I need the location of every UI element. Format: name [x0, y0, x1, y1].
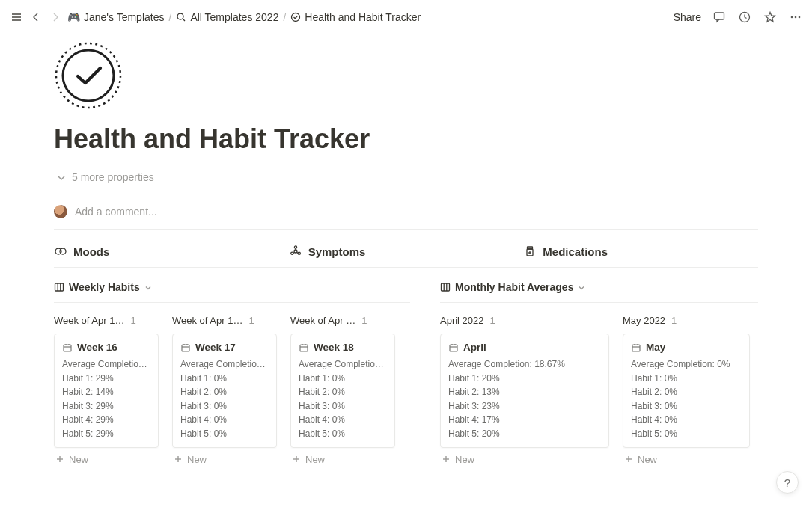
- comments-icon[interactable]: [712, 10, 727, 25]
- monthly-col-0: April 2022 1 April Average Completion: 1…: [440, 312, 609, 465]
- card-line: Habit 1: 20%: [448, 372, 601, 386]
- weekly-col-2-head[interactable]: Week of Apr … 1: [290, 312, 395, 334]
- svg-marker-8: [766, 12, 775, 22]
- weekly-col-1-new[interactable]: New: [172, 448, 277, 465]
- weekly-col-2-new[interactable]: New: [290, 448, 395, 465]
- star-icon[interactable]: [763, 10, 778, 25]
- monthly-col-1-new[interactable]: New: [623, 448, 750, 465]
- link-moods-label: Moods: [73, 245, 109, 258]
- weekly-card-1[interactable]: Week 17 Average Completion: 0% Habit 1: …: [172, 334, 277, 448]
- card-line: Habit 5: 29%: [62, 427, 150, 441]
- weekly-col-2: Week of Apr … 1 Week 18 Average Completi…: [290, 312, 395, 465]
- link-moods[interactable]: Moods: [54, 245, 289, 258]
- monthly-card-1-title: May: [646, 342, 665, 353]
- symptoms-icon: [289, 245, 302, 258]
- monthly-col-0-new[interactable]: New: [440, 448, 609, 465]
- svg-rect-36: [182, 345, 189, 351]
- weekly-col-0-head[interactable]: Week of Apr 1… 1: [54, 312, 159, 334]
- calendar-icon: [631, 342, 641, 353]
- board-icon: [54, 282, 64, 292]
- weekly-col-1: Week of Apr 1… 1 Week 17 Average Complet…: [172, 312, 277, 465]
- board-monthly-title: Monthly Habit Averages: [455, 281, 573, 293]
- svg-point-12: [63, 50, 114, 101]
- weekly-col-1-title: Week of Apr 1…: [172, 315, 242, 326]
- plus-icon: [442, 455, 451, 464]
- page-body: Health and Habit Tracker 5 more properti…: [0, 34, 812, 465]
- gamepad-icon: 🎮: [67, 11, 80, 23]
- board-monthly-columns: April 2022 1 April Average Completion: 1…: [440, 303, 758, 465]
- plus-icon: [292, 455, 301, 464]
- new-label: New: [455, 454, 474, 465]
- forward-icon[interactable]: [48, 10, 63, 25]
- more-properties-toggle[interactable]: 5 more properties: [54, 168, 758, 194]
- link-medications[interactable]: Medications: [523, 245, 758, 258]
- card-line: Habit 2: 0%: [631, 385, 742, 399]
- svg-point-11: [799, 16, 801, 18]
- monthly-col-0-head[interactable]: April 2022 1: [440, 312, 609, 334]
- page-icon[interactable]: [54, 41, 123, 110]
- plus-icon: [624, 455, 633, 464]
- breadcrumb: 🎮 Jane's Templates / All Templates 2022 …: [67, 11, 421, 23]
- back-icon[interactable]: [28, 10, 43, 25]
- svg-point-13: [56, 43, 120, 108]
- weekly-card-0[interactable]: Week 16 Average Completion: 25.71% Habit…: [54, 334, 159, 448]
- svg-rect-48: [442, 283, 450, 291]
- link-symptoms[interactable]: Symptoms: [289, 245, 524, 258]
- topbar-right: Share: [674, 10, 803, 25]
- weekly-col-0-new[interactable]: New: [54, 448, 159, 465]
- monthly-card-0-title: April: [463, 342, 486, 353]
- monthly-card-0[interactable]: April Average Completion: 18.67% Habit 1…: [440, 334, 609, 448]
- hamburger-icon[interactable]: [9, 10, 24, 25]
- svg-point-9: [791, 16, 793, 18]
- monthly-col-0-count: 1: [490, 315, 495, 326]
- board-weekly-title: Weekly Habits: [69, 281, 140, 293]
- weekly-col-1-head[interactable]: Week of Apr 1… 1: [172, 312, 277, 334]
- board-weekly-header[interactable]: Weekly Habits: [54, 281, 410, 303]
- page-title[interactable]: Health and Habit Tracker: [54, 123, 758, 155]
- breadcrumb-item-2[interactable]: Health and Habit Tracker: [290, 11, 421, 23]
- card-line: Habit 5: 20%: [448, 427, 601, 441]
- new-label: New: [69, 454, 88, 465]
- card-line: Habit 4: 0%: [631, 413, 742, 427]
- card-line: Habit 5: 0%: [631, 427, 742, 441]
- board-monthly-header[interactable]: Monthly Habit Averages: [440, 281, 758, 303]
- link-symptoms-label: Symptoms: [308, 245, 366, 258]
- chevron-down-icon: [578, 284, 585, 292]
- share-button[interactable]: Share: [674, 11, 701, 23]
- breadcrumb-sep: /: [168, 11, 171, 23]
- plus-icon: [55, 455, 64, 464]
- more-properties-label: 5 more properties: [72, 171, 154, 183]
- comment-input[interactable]: Add a comment...: [75, 206, 758, 218]
- breadcrumb-item-0[interactable]: 🎮 Jane's Templates: [67, 11, 164, 23]
- card-line: Habit 3: 23%: [448, 399, 601, 414]
- weekly-card-1-title: Week 17: [195, 342, 236, 353]
- svg-line-4: [183, 19, 185, 21]
- calendar-icon: [448, 342, 459, 353]
- card-line: Average Completion: 0%: [631, 357, 742, 372]
- calendar-icon: [299, 342, 309, 353]
- weekly-card-0-title: Week 16: [77, 342, 117, 353]
- more-icon[interactable]: [788, 10, 803, 25]
- weekly-card-2[interactable]: Week 18 Average Completion: 0% Habit 1: …: [290, 334, 395, 448]
- chevron-down-icon: [57, 173, 66, 182]
- card-line: Average Completion: 18.67%: [448, 357, 601, 372]
- breadcrumb-label-1: All Templates 2022: [190, 11, 278, 23]
- topbar: 🎮 Jane's Templates / All Templates 2022 …: [0, 0, 812, 34]
- plus-icon: [174, 455, 183, 464]
- link-medications-label: Medications: [543, 245, 608, 258]
- card-line: Habit 2: 0%: [299, 385, 387, 399]
- card-line: Habit 2: 13%: [448, 385, 601, 399]
- weekly-col-2-count: 1: [361, 315, 367, 326]
- card-line: Habit 1: 29%: [62, 372, 150, 386]
- svg-rect-42: [300, 345, 308, 351]
- monthly-card-1[interactable]: May Average Completion: 0% Habit 1: 0% H…: [623, 334, 750, 448]
- clock-icon[interactable]: [737, 10, 752, 25]
- section-links: Moods Symptoms Medications: [54, 230, 758, 268]
- breadcrumb-item-1[interactable]: All Templates 2022: [176, 11, 278, 23]
- help-button[interactable]: ?: [776, 471, 799, 494]
- card-line: Habit 3: 29%: [62, 399, 150, 414]
- monthly-col-1-head[interactable]: May 2022 1: [623, 312, 750, 334]
- new-label: New: [187, 454, 207, 465]
- boards-area: Weekly Habits Week of Apr 1… 1 Week 16 A…: [54, 268, 758, 465]
- weekly-col-0-title: Week of Apr 1…: [54, 315, 124, 326]
